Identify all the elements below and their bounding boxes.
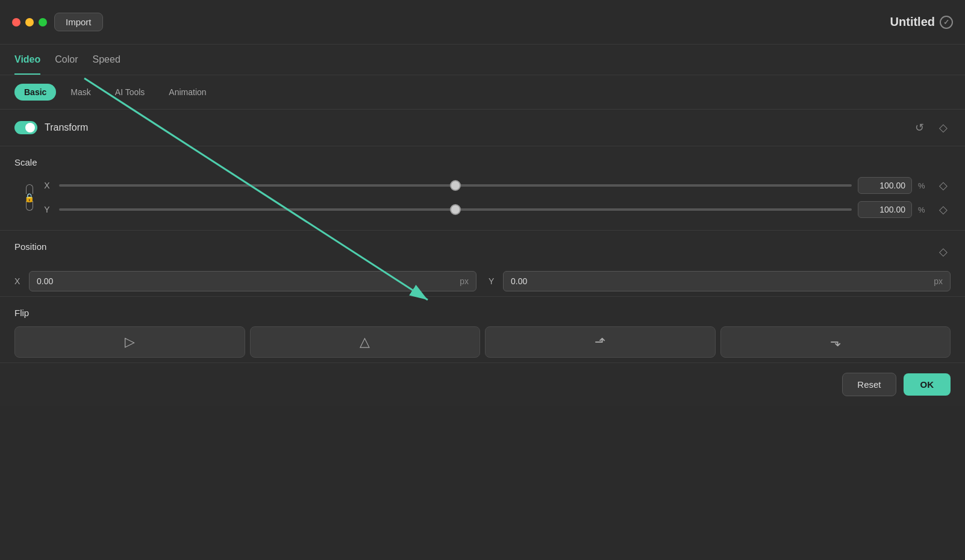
position-y-value: 0.00 — [511, 276, 527, 286]
flip-vertical-icon: △ — [360, 334, 370, 350]
flip-section: Flip ▷ △ ⬏ ⬎ — [0, 296, 965, 362]
position-x-input[interactable]: 0.00 px — [29, 271, 476, 291]
flip-horizontal-icon: ▷ — [125, 334, 135, 350]
position-section: Position ◇ X 0.00 px Y 0.00 px — [0, 230, 965, 296]
position-x-unit: px — [460, 276, 469, 286]
transform-actions: ↺ ◇ — [912, 120, 951, 135]
rotate-right-button[interactable]: ⬎ — [720, 326, 951, 358]
scale-x-value[interactable]: 100.00 — [858, 177, 912, 194]
sub-tabs: Basic Mask AI Tools Animation — [0, 75, 965, 110]
tab-color[interactable]: Color — [55, 54, 78, 75]
flip-title: Flip — [14, 308, 951, 318]
rotate-left-icon: ⬏ — [595, 334, 605, 350]
rotate-left-button[interactable]: ⬏ — [485, 326, 716, 358]
position-title: Position — [14, 241, 46, 252]
subtab-animation[interactable]: Animation — [159, 84, 216, 101]
reset-icon[interactable]: ↺ — [912, 120, 926, 135]
scale-x-diamond-icon[interactable]: ◇ — [936, 178, 951, 193]
scale-y-label: Y — [41, 205, 53, 214]
scale-y-slider-container — [59, 208, 852, 211]
position-y-field: Y 0.00 px — [489, 271, 951, 291]
subtab-basic[interactable]: Basic — [14, 84, 56, 101]
content-area: Transform ↺ ◇ Scale 🔒 — [0, 110, 965, 362]
scale-y-slider[interactable] — [59, 208, 852, 211]
position-x-value: 0.00 — [37, 276, 53, 286]
scale-x-slider-container — [59, 184, 852, 187]
titlebar-left: Import — [12, 13, 103, 31]
transform-toggle[interactable] — [14, 121, 37, 134]
import-button[interactable]: Import — [54, 13, 103, 31]
tab-video[interactable]: Video — [14, 54, 40, 75]
position-header: Position ◇ — [14, 241, 951, 261]
scale-x-row: X 100.00 % ◇ — [41, 177, 951, 194]
lock-bottom-curve — [26, 201, 33, 211]
position-y-unit: px — [934, 276, 943, 286]
flip-vertical-button[interactable]: △ — [250, 326, 481, 358]
scale-section: Scale 🔒 X 100.00 — [0, 146, 965, 230]
scale-y-value[interactable]: 100.00 — [858, 201, 912, 218]
scale-y-row: Y 100.00 % ◇ — [41, 201, 951, 218]
position-diamond-icon[interactable]: ◇ — [936, 244, 951, 259]
position-row: X 0.00 px Y 0.00 px — [14, 271, 951, 291]
transform-title: Transform — [45, 122, 88, 133]
flip-horizontal-button[interactable]: ▷ — [14, 326, 245, 358]
titlebar: Import Untitled ✓ — [0, 0, 965, 45]
transform-header-left: Transform — [14, 121, 88, 134]
flip-buttons-grid: ▷ △ ⬏ ⬎ — [14, 326, 951, 358]
scale-x-slider[interactable] — [59, 184, 852, 187]
position-x-axis-label: X — [14, 276, 24, 286]
lock-group: 🔒 — [24, 177, 34, 218]
minimize-button[interactable] — [25, 18, 34, 26]
close-button[interactable] — [12, 18, 20, 26]
footer: Reset OK — [0, 362, 965, 406]
scale-rows-container: 🔒 X 100.00 % ◇ Y — [14, 177, 951, 218]
tab-speed[interactable]: Speed — [93, 54, 120, 75]
check-icon: ✓ — [940, 16, 953, 29]
subtab-mask[interactable]: Mask — [61, 84, 100, 101]
scale-y-unit: % — [918, 205, 930, 214]
reset-button[interactable]: Reset — [842, 373, 896, 396]
scale-y-diamond-icon[interactable]: ◇ — [936, 202, 951, 217]
position-x-field: X 0.00 px — [14, 271, 476, 291]
scale-x-unit: % — [918, 181, 930, 190]
scale-x-label: X — [41, 181, 53, 190]
diamond-icon[interactable]: ◇ — [936, 120, 951, 135]
lock-body-icon[interactable]: 🔒 — [24, 193, 34, 202]
window-title: Untitled — [890, 15, 935, 29]
top-tabs: Video Color Speed — [0, 45, 965, 75]
main-panel: Video Color Speed Basic Mask AI Tools An… — [0, 45, 965, 406]
position-y-input[interactable]: 0.00 px — [503, 271, 951, 291]
titlebar-right: Untitled ✓ — [890, 15, 953, 29]
scale-label: Scale — [14, 157, 951, 167]
subtab-ai-tools[interactable]: AI Tools — [105, 84, 155, 101]
transform-section-header: Transform ↺ ◇ — [0, 110, 965, 146]
traffic-lights — [12, 18, 47, 26]
maximize-button[interactable] — [39, 18, 47, 26]
ok-button[interactable]: OK — [904, 373, 951, 396]
rotate-right-icon: ⬎ — [830, 334, 841, 350]
position-y-axis-label: Y — [489, 276, 498, 286]
